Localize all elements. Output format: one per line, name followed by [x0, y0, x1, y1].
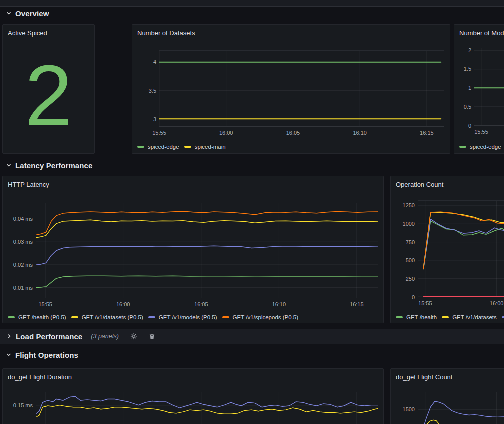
panel-number-of-models: Number of Models 00.511.52 15:5516:0016:…: [454, 24, 504, 154]
top-toolbar-edge: [0, 0, 504, 7]
section-header-load-performance[interactable]: Load Performance (3 panels): [0, 329, 504, 344]
legend-item[interactable]: GET /v1/spicepods (P0.5): [222, 314, 298, 320]
section-header-latency-performance[interactable]: Latency Performance: [6, 161, 92, 170]
timeseries-chart: 00.511.52 15:5516:0016:0516:1016:15 spic…: [454, 25, 504, 153]
x-tick-label: 15:55: [38, 301, 52, 307]
x-tick-label: 15:55: [474, 129, 488, 135]
legend-swatch: [148, 316, 156, 318]
series-line: [424, 420, 504, 424]
plot-area[interactable]: [418, 392, 504, 424]
legend: spiced-edge: [460, 143, 504, 151]
panel-title[interactable]: do_get Flight Count: [396, 373, 452, 381]
x-tick-label: 15:55: [418, 300, 432, 306]
x-axis: 15:5516:0016:0516:1016:15: [160, 130, 444, 137]
legend: spiced-edgespiced-main: [138, 143, 448, 151]
y-tick-label: 0: [412, 294, 415, 300]
legend-swatch: [396, 316, 403, 318]
section-label: Latency Performance: [16, 161, 92, 170]
legend-label: spiced-main: [195, 144, 226, 150]
panel-title[interactable]: Operation Count: [396, 181, 444, 188]
chevron-down-icon: [6, 162, 12, 168]
legend-item[interactable]: GET /health: [396, 314, 437, 320]
y-tick-label: 0.03 ms: [14, 239, 33, 245]
section-header-flight-operations[interactable]: Flight Operations: [6, 350, 78, 359]
panel-title[interactable]: do_get Flight Duration: [8, 373, 72, 381]
series-line: [36, 396, 378, 414]
legend-item[interactable]: spiced-edge: [138, 144, 180, 150]
legend-item[interactable]: GET /v1/datasets: [442, 314, 497, 320]
stat-value-wrap: 2: [3, 25, 94, 153]
plot-area[interactable]: [418, 200, 504, 297]
x-tick-label: 16:15: [420, 130, 434, 136]
y-tick-label: 0.01 ms: [14, 285, 33, 291]
legend-label: spiced-edge: [148, 144, 180, 150]
legend-label: GET /health (P0.5): [18, 314, 66, 320]
panel-operation-count: Operation Count 025050075010001250 15:55…: [390, 176, 504, 323]
panel-title[interactable]: HTTP Latency: [8, 181, 50, 188]
legend-label: GET /v1/datasets: [452, 314, 497, 320]
y-axis: 0.15 ms: [7, 392, 33, 424]
x-tick-label: 15:55: [152, 130, 166, 136]
legend-item[interactable]: GET /v1/models (P0.5): [148, 314, 218, 320]
legend-swatch: [502, 316, 504, 318]
legend: GET /healthGET /v1/datasetsGET /v1/model…: [396, 313, 504, 321]
x-axis: 15:5516:0016:0516:1016:15: [36, 301, 378, 308]
y-tick-label: 0: [468, 123, 472, 129]
section-label: Overview: [16, 9, 50, 18]
section-header-overview[interactable]: Overview: [6, 9, 50, 18]
x-tick-label: 16:00: [220, 130, 234, 136]
plot-area[interactable]: [36, 392, 378, 424]
y-axis: 1500: [395, 392, 415, 424]
plot-area[interactable]: [474, 48, 504, 126]
legend-swatch: [442, 316, 449, 318]
legend-item[interactable]: GET /health (P0.5): [8, 314, 66, 320]
legend: GET /health (P0.5)GET /v1/datasets (P0.5…: [8, 313, 382, 321]
series-line: [424, 219, 504, 269]
x-tick-label: 16:05: [286, 130, 300, 136]
legend-item[interactable]: spiced-edge: [460, 144, 502, 150]
x-axis: 15:5516:0016:0516:1016:15: [474, 129, 504, 136]
x-axis: 15:5516:0016:0516:10: [418, 300, 504, 307]
legend-label: GET /v1/spicepods (P0.5): [233, 314, 298, 320]
y-tick-label: 0.15 ms: [14, 402, 33, 408]
section-label: Flight Operations: [16, 351, 78, 359]
y-tick-label: 1.5: [464, 66, 472, 72]
timeseries-chart: 0.01 ms0.02 ms0.03 ms0.04 ms 15:5516:001…: [3, 176, 384, 323]
x-tick-label: 16:15: [350, 301, 364, 307]
x-tick-label: 16:10: [272, 301, 286, 307]
y-axis: 025050075010001250: [395, 200, 415, 297]
y-axis: 0.01 ms0.02 ms0.03 ms0.04 ms: [7, 203, 33, 298]
panel-title[interactable]: Number of Datasets: [138, 29, 196, 37]
panel-title[interactable]: Number of Models: [460, 29, 504, 37]
series-line: [36, 211, 378, 235]
series-line: [423, 401, 504, 424]
legend-label: GET /v1/models (P0.5): [159, 314, 218, 320]
y-tick-label: 1000: [403, 221, 415, 227]
plot-area[interactable]: [160, 50, 444, 127]
legend-item[interactable]: spiced-main: [184, 144, 226, 150]
timeseries-chart: 025050075010001250 15:5516:0016:0516:10 …: [391, 176, 504, 323]
y-tick-label: 750: [406, 239, 415, 245]
plot-area[interactable]: [36, 203, 378, 298]
x-tick-label: 16:00: [490, 300, 504, 306]
legend-item[interactable]: GET /v1/datasets (P0.5): [72, 314, 144, 320]
legend-label: GET /health: [406, 314, 437, 320]
y-tick-label: 3: [154, 116, 156, 122]
panel-count-label: (3 panels): [91, 333, 119, 340]
stat-value: 2: [25, 61, 73, 130]
y-tick-label: 2: [468, 47, 472, 53]
legend-swatch: [138, 146, 144, 148]
trash-icon[interactable]: [149, 333, 156, 340]
legend-swatch: [184, 146, 192, 148]
x-tick-label: 16:05: [194, 301, 208, 307]
section-label: Load Performance: [16, 332, 82, 341]
timeseries-chart: 33.54 15:5516:0016:0516:1016:15 spiced-e…: [132, 25, 450, 153]
y-tick-label: 250: [406, 276, 415, 282]
y-tick-label: 500: [406, 257, 415, 263]
y-tick-label: 1250: [403, 202, 415, 208]
panel-title[interactable]: Active Spiced: [8, 29, 48, 37]
y-tick-label: 0.5: [464, 104, 472, 110]
legend-item[interactable]: GET /v1/models: [502, 314, 504, 320]
gear-icon[interactable]: [130, 333, 138, 340]
y-tick-label: 3.5: [149, 88, 156, 94]
